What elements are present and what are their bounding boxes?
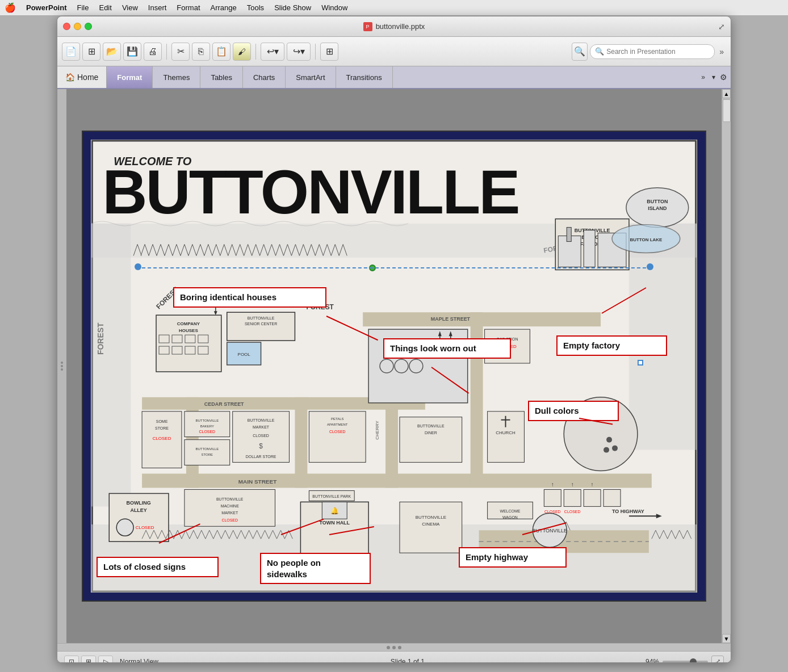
scroll-thumb[interactable]	[723, 99, 731, 122]
zoom-thumb[interactable]	[690, 658, 697, 663]
svg-text:SOME: SOME	[156, 419, 168, 423]
search-input[interactable]	[606, 48, 710, 56]
svg-text:BUTTONVILLE: BUTTONVILLE	[195, 447, 219, 451]
svg-text:COMPANY: COMPANY	[177, 321, 200, 326]
svg-text:CLOSED: CLOSED	[136, 525, 154, 530]
copy-button[interactable]: ⎘	[192, 43, 210, 61]
normal-view-label: Normal View	[120, 658, 158, 663]
annotation-closed-signs[interactable]: Lots of closed signs	[97, 557, 219, 577]
ribbon-collapse-button[interactable]: ▾	[710, 72, 718, 82]
annotation-empty-factory[interactable]: Empty factory	[556, 335, 667, 356]
minimize-button[interactable]	[74, 23, 81, 30]
menu-insert[interactable]: Insert	[144, 2, 171, 13]
annotation-no-people[interactable]: No people on sidewalks	[260, 553, 371, 584]
menu-arrange[interactable]: Arrange	[206, 2, 241, 13]
ribbon: 🏠 Home Format Themes Tables Charts Smart…	[57, 66, 731, 89]
print-button[interactable]: 🖨	[144, 43, 162, 61]
slide-canvas[interactable]: WELCOME TO BUTTONVILLE FOREST FOREST	[82, 131, 706, 602]
menu-view[interactable]: View	[118, 2, 142, 13]
toolbar-overflow-button[interactable]: »	[717, 47, 726, 56]
ribbon-right-controls: » ▾ ⚙	[695, 66, 731, 88]
save-button[interactable]: 💾	[123, 43, 141, 61]
tab-tables[interactable]: Tables	[200, 66, 243, 88]
cut-button[interactable]: ✂	[171, 43, 190, 61]
insert-table-button[interactable]: ⊞	[320, 43, 338, 61]
svg-text:BUTTONVILLE: BUTTONVILLE	[248, 418, 275, 422]
search-toggle-button[interactable]: 🔍	[572, 43, 588, 61]
annotation-empty-highway[interactable]: Empty highway	[459, 547, 567, 568]
fullscreen-button[interactable]: ⤢	[711, 656, 724, 663]
paste-button[interactable]: 📋	[212, 43, 230, 61]
zoom-level-label: 94%	[646, 658, 659, 663]
map-inner: WELCOME TO BUTTONVILLE FOREST FOREST	[91, 140, 697, 593]
close-button[interactable]	[63, 23, 70, 30]
svg-point-105	[116, 519, 133, 536]
tab-format-label: Format	[117, 73, 142, 82]
svg-text:DINER: DINER	[425, 431, 437, 435]
menu-file[interactable]: File	[73, 2, 94, 13]
menu-edit[interactable]: Edit	[94, 2, 116, 13]
presentation-button[interactable]: ▷	[98, 656, 113, 663]
svg-text:CLOSED: CLOSED	[329, 430, 346, 434]
menu-slideshow[interactable]: Slide Show	[270, 2, 316, 13]
menu-tools[interactable]: Tools	[242, 2, 269, 13]
expand-button[interactable]: ⤢	[718, 22, 725, 31]
left-resize-handle[interactable]	[57, 89, 66, 643]
svg-text:CHURCH: CHURCH	[496, 430, 515, 435]
svg-point-73	[603, 447, 609, 453]
svg-text:↑: ↑	[571, 481, 574, 488]
tab-tables-label: Tables	[211, 73, 232, 82]
scroll-down-button[interactable]: ▼	[722, 634, 731, 643]
search-box[interactable]: 🔍	[590, 44, 715, 59]
tab-themes[interactable]: Themes	[153, 66, 200, 88]
svg-text:SENIOR CENTER: SENIOR CENTER	[245, 322, 277, 326]
ribbon-settings-button[interactable]: ⚙	[720, 73, 727, 82]
selection-handle-left[interactable]	[135, 263, 141, 270]
view-controls: ⊡ ⊞ ▷	[64, 656, 113, 663]
svg-text:WELCOME: WELCOME	[500, 509, 520, 513]
slide-sorter-button[interactable]: ⊞	[81, 656, 96, 663]
normal-view-button[interactable]: ⊡	[64, 656, 79, 663]
svg-text:CLOSED: CLOSED	[564, 510, 581, 514]
tab-themes-label: Themes	[163, 73, 190, 82]
redo-button[interactable]: ↪▾	[287, 43, 311, 61]
new-button[interactable]: 📄	[62, 43, 80, 61]
scroll-up-button[interactable]: ▲	[722, 89, 731, 98]
apple-menu[interactable]: 🍎	[5, 2, 16, 13]
tab-smartart-label: SmartArt	[296, 73, 325, 82]
tab-format[interactable]: Format	[107, 66, 153, 88]
slide-canvas-area[interactable]: WELCOME TO BUTTONVILLE FOREST FOREST	[66, 89, 722, 643]
svg-text:HOUSES: HOUSES	[179, 328, 198, 333]
svg-text:APARTMENT: APARTMENT	[327, 423, 348, 426]
menu-powerpoint[interactable]: PowerPoint	[22, 2, 72, 13]
undo-button[interactable]: ↩▾	[261, 43, 284, 61]
scroll-dot-2	[392, 646, 396, 649]
annotation-boring-houses[interactable]: Boring identical houses	[173, 287, 326, 308]
menu-format[interactable]: Format	[172, 2, 204, 13]
format-paint-button[interactable]: 🖌	[233, 43, 251, 61]
scroll-dots	[57, 646, 731, 649]
menu-window[interactable]: Window	[317, 2, 352, 13]
selection-handle-right[interactable]	[647, 263, 653, 270]
open-button[interactable]: 📂	[103, 43, 121, 61]
svg-text:BUTTONVILLE PARK: BUTTONVILLE PARK	[312, 494, 351, 498]
svg-text:STORE: STORE	[202, 453, 213, 456]
annotation-dull-colors[interactable]: Dull colors	[528, 401, 619, 421]
zoom-slider[interactable]	[663, 661, 708, 663]
tab-smartart[interactable]: SmartArt	[286, 66, 336, 88]
tab-charts[interactable]: Charts	[243, 66, 286, 88]
handle-dot	[61, 368, 63, 371]
ribbon-overflow-button[interactable]: »	[699, 72, 707, 82]
svg-text:DOLLAR STORE: DOLLAR STORE	[246, 455, 276, 459]
tab-transitions-label: Transitions	[346, 73, 382, 82]
svg-rect-127	[603, 489, 621, 506]
scroll-track	[722, 98, 731, 634]
right-scrollbar: ▲ ▼	[722, 89, 731, 643]
grid-button[interactable]: ⊞	[82, 43, 100, 61]
selection-handle-bottom[interactable]	[638, 360, 643, 366]
maximize-button[interactable]	[85, 23, 92, 30]
tab-home[interactable]: 🏠 Home	[57, 66, 107, 88]
svg-text:MARKET: MARKET	[221, 511, 238, 515]
tab-transitions[interactable]: Transitions	[336, 66, 393, 88]
annotation-worn-out[interactable]: Things look worn out	[383, 338, 511, 359]
